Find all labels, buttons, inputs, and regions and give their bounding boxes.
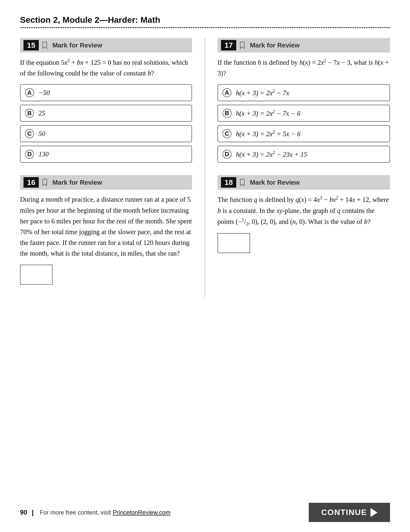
question-15: 15 Mark for Review If the equation 5x2 +… bbox=[20, 38, 192, 163]
q17-letter-a: A bbox=[222, 88, 232, 97]
q17-letter-c: C bbox=[222, 129, 232, 138]
q17-choice-b[interactable]: B h(x + 3) = 2x2 − 7x − 6 bbox=[218, 105, 390, 122]
q18-number: 18 bbox=[221, 177, 236, 188]
page-footer: 90 | For more free content, visit Prince… bbox=[20, 503, 390, 522]
q17-letter-b: B bbox=[222, 109, 232, 118]
q15-choice-a[interactable]: A −50 bbox=[20, 84, 192, 101]
q17-number: 17 bbox=[221, 40, 236, 50]
q17-letter-d: D bbox=[222, 150, 232, 159]
question-16: 16 Mark for Review During a month of pra… bbox=[20, 175, 192, 284]
q18-text: The function q is defined by q(x) = 4x3 … bbox=[218, 194, 390, 228]
q15-number: 15 bbox=[24, 40, 39, 50]
q15-choice-d[interactable]: D 130 bbox=[20, 146, 192, 163]
divider bbox=[20, 27, 390, 28]
bookmark-icon-17[interactable] bbox=[239, 41, 245, 49]
q15-text: If the equation 5x2 + bx + 125 = 0 has n… bbox=[20, 57, 192, 79]
q16-text: During a month of practice, a distance r… bbox=[20, 194, 192, 259]
q17-choice-a[interactable]: A h(x + 3) = 2x2 − 7x bbox=[218, 84, 390, 101]
page-container: Section 2, Module 2—Harder: Math 15 Mark… bbox=[0, 0, 410, 317]
continue-button[interactable]: CONTINUE bbox=[309, 503, 390, 522]
q15-letter-b: B bbox=[25, 109, 34, 118]
q16-answer-box[interactable] bbox=[20, 265, 52, 285]
q17-choice-c[interactable]: C h(x + 3) = 2x2 + 5x − 6 bbox=[218, 125, 390, 142]
question-18: 18 Mark for Review The function q is def… bbox=[218, 175, 390, 253]
q16-header: 16 Mark for Review bbox=[20, 175, 192, 190]
q15-text-d: 130 bbox=[38, 150, 49, 158]
q17-choice-d[interactable]: D h(x + 3) = 2x2 − 23x + 15 bbox=[218, 146, 390, 163]
footer-separator: | bbox=[32, 509, 34, 517]
q18-header: 18 Mark for Review bbox=[218, 175, 390, 190]
bookmark-icon[interactable] bbox=[42, 41, 48, 49]
continue-label: CONTINUE bbox=[321, 508, 367, 517]
q18-answer-box[interactable] bbox=[218, 233, 250, 253]
page-title: Section 2, Module 2—Harder: Math bbox=[20, 15, 390, 25]
q15-choice-c[interactable]: C 50 bbox=[20, 125, 192, 142]
q16-mark-for-review[interactable]: Mark for Review bbox=[52, 179, 102, 186]
q17-text-c: h(x + 3) = 2x2 + 5x − 6 bbox=[236, 129, 300, 138]
left-column: 15 Mark for Review If the equation 5x2 +… bbox=[20, 38, 205, 297]
q17-text-b: h(x + 3) = 2x2 − 7x − 6 bbox=[236, 109, 300, 117]
q17-mark-for-review[interactable]: Mark for Review bbox=[250, 41, 300, 49]
q15-text-b: 25 bbox=[38, 109, 45, 117]
q15-mark-for-review[interactable]: Mark for Review bbox=[52, 41, 102, 49]
q15-choice-b[interactable]: B 25 bbox=[20, 105, 192, 122]
footer-left: 90 | For more free content, visit Prince… bbox=[20, 509, 170, 517]
page-number: 90 bbox=[20, 509, 27, 516]
princeton-review-link[interactable]: PrincetonReview.com bbox=[113, 509, 170, 516]
questions-grid: 15 Mark for Review If the equation 5x2 +… bbox=[20, 38, 390, 297]
q18-mark-for-review[interactable]: Mark for Review bbox=[250, 179, 300, 186]
question-17: 17 Mark for Review If the function h is … bbox=[218, 38, 390, 163]
bookmark-icon-16[interactable] bbox=[42, 179, 48, 186]
footer-text: For more free content, visit PrincetonRe… bbox=[40, 509, 170, 516]
q17-text-d: h(x + 3) = 2x2 − 23x + 15 bbox=[236, 150, 307, 158]
q17-header: 17 Mark for Review bbox=[218, 38, 390, 52]
q15-text-a: −50 bbox=[38, 89, 50, 97]
q16-number: 16 bbox=[24, 177, 39, 188]
q17-text: If the function h is defined by h(x) = 2… bbox=[218, 57, 390, 79]
q15-letter-a: A bbox=[25, 88, 34, 97]
q15-text-c: 50 bbox=[38, 130, 45, 138]
bookmark-icon-18[interactable] bbox=[239, 179, 245, 186]
q15-letter-d: D bbox=[25, 150, 34, 159]
q17-text-a: h(x + 3) = 2x2 − 7x bbox=[236, 88, 289, 97]
q15-letter-c: C bbox=[25, 129, 34, 138]
arrow-right-icon bbox=[370, 508, 378, 517]
right-column: 17 Mark for Review If the function h is … bbox=[205, 38, 390, 297]
q15-header: 15 Mark for Review bbox=[20, 38, 192, 52]
